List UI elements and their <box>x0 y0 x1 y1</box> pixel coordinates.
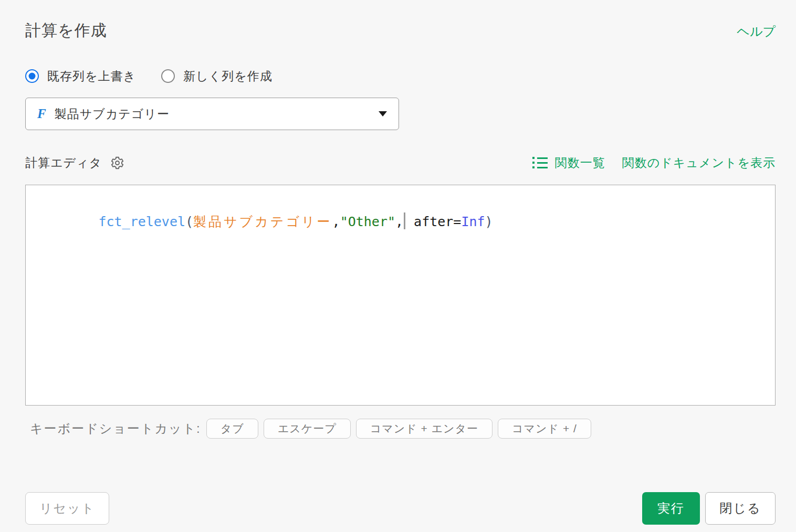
shortcut-key-escape: エスケープ <box>264 419 351 439</box>
page-title: 計算を作成 <box>25 20 107 41</box>
reset-button[interactable]: リセット <box>25 492 109 525</box>
code-token-column: 製品サブカテゴリー <box>193 214 332 229</box>
create-calculation-dialog: 計算を作成 ヘルプ 既存列を上書き 新しく列を作成 F 製品サブカテゴリー 計算… <box>0 0 796 532</box>
shortcut-key-command-enter: コマンド + エンター <box>356 419 493 439</box>
editor-label: 計算エディタ <box>25 155 102 171</box>
radio-overwrite-existing-column[interactable]: 既存列を上書き <box>25 68 136 84</box>
code-token-argument: after= <box>406 214 461 229</box>
shortcut-key-tab: タブ <box>206 419 258 439</box>
column-mode-options: 既存列を上書き 新しく列を作成 <box>25 67 776 85</box>
code-token-comma: , <box>395 214 403 229</box>
shortcuts-label: キーボードショートカット: <box>30 420 201 437</box>
code-token-paren-open: ( <box>185 214 193 229</box>
code-token-comma: , <box>332 214 340 229</box>
factor-type-icon: F <box>37 107 46 121</box>
code-token-inf: Inf <box>461 214 485 229</box>
radio-new-column-label: 新しく列を作成 <box>183 68 273 84</box>
radio-unselected-icon[interactable] <box>161 69 175 83</box>
list-icon[interactable] <box>532 157 548 168</box>
text-cursor <box>404 212 405 229</box>
keyboard-shortcuts: キーボードショートカット: タブ エスケープ コマンド + エンター コマンド … <box>25 418 776 439</box>
selected-column-value: 製品サブカテゴリー <box>55 106 379 122</box>
function-docs-link[interactable]: 関数のドキュメントを表示 <box>622 155 776 171</box>
dialog-footer: リセット 実行 閉じる <box>25 492 776 525</box>
code-token-function: fct_relevel <box>98 214 185 229</box>
editor-header: 計算エディタ 関数一覧 関数のドキュメントを表示 <box>25 154 776 172</box>
gear-icon[interactable] <box>110 156 124 170</box>
code-token-paren-close: ) <box>485 214 493 229</box>
radio-selected-icon[interactable] <box>25 69 39 83</box>
target-column-select[interactable]: F 製品サブカテゴリー <box>25 98 399 130</box>
close-button[interactable]: 閉じる <box>705 492 776 525</box>
shortcut-key-command-slash: コマンド + / <box>498 419 591 439</box>
code-line: fct_relevel(製品サブカテゴリー,"Other", after=Inf… <box>35 194 766 250</box>
radio-overwrite-label: 既存列を上書き <box>47 68 136 84</box>
function-list-link[interactable]: 関数一覧 <box>555 155 605 171</box>
dialog-header: 計算を作成 ヘルプ <box>25 20 776 43</box>
run-button[interactable]: 実行 <box>642 492 700 525</box>
help-link[interactable]: ヘルプ <box>737 23 776 40</box>
code-token-string: "Other" <box>340 214 395 229</box>
calculation-code-editor[interactable]: fct_relevel(製品サブカテゴリー,"Other", after=Inf… <box>25 185 776 406</box>
radio-create-new-column[interactable]: 新しく列を作成 <box>161 68 273 84</box>
caret-down-icon <box>379 111 387 116</box>
